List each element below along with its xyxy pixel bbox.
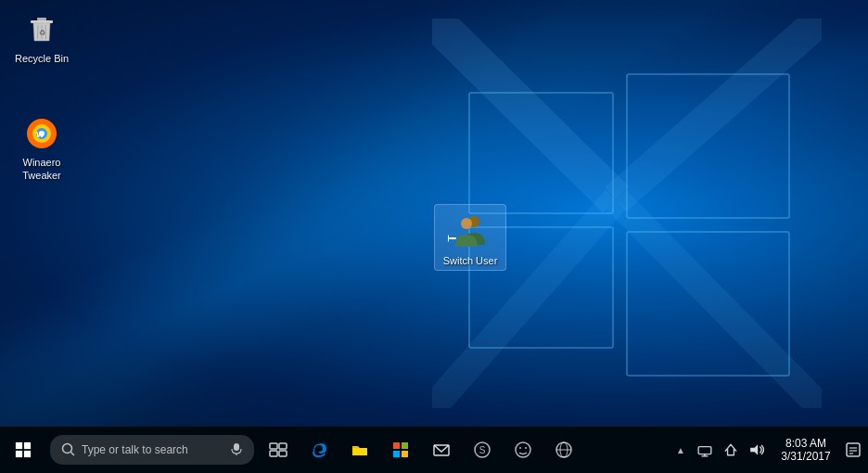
volume-icon[interactable] [744,427,770,473]
desktop: ♻ Recycle Bin W Winaero Tweaker [0,0,868,427]
svg-line-32 [71,453,75,456]
svg-rect-36 [279,443,287,449]
switch-user-icon[interactable]: Switch User [434,204,506,271]
svg-point-49 [525,447,527,449]
recycle-bin-label: Recycle Bin [15,52,69,65]
svg-rect-39 [352,448,367,455]
svg-rect-25 [449,237,456,239]
internet-button[interactable] [543,427,584,473]
svg-rect-43 [402,451,408,457]
start-button[interactable] [0,427,46,473]
svg-rect-12 [31,20,53,23]
svg-rect-57 [847,443,860,456]
edge-browser-button[interactable] [299,427,339,473]
chat-button[interactable]: S [462,427,503,473]
search-icon [61,442,76,457]
svg-text:♻: ♻ [39,29,45,37]
clock-time: 8:03 AM [785,437,826,450]
tray-icon-1[interactable] [692,427,718,473]
svg-rect-30 [24,451,31,457]
svg-point-48 [519,447,521,449]
clock-date: 3/31/2017 [781,450,830,463]
svg-rect-53 [698,447,711,454]
svg-line-16 [45,25,46,39]
recycle-bin-icon[interactable]: ♻ Recycle Bin [5,7,79,69]
svg-text:S: S [479,445,486,455]
store-button[interactable] [380,427,421,473]
switch-user-label: Switch User [443,255,498,266]
mail-button[interactable] [421,427,462,473]
svg-point-47 [516,442,530,457]
microphone-icon[interactable] [230,442,243,458]
svg-rect-37 [270,451,277,456]
action-center-button[interactable] [838,427,868,473]
winaero-label-line1: Winaero [23,156,61,169]
search-placeholder-text: Type or talk to search [82,443,188,456]
svg-point-31 [63,444,72,454]
svg-rect-13 [37,18,46,20]
svg-rect-27 [16,442,22,449]
svg-rect-35 [270,443,277,449]
tray-overflow-button[interactable]: ▲ [673,427,688,473]
tray-icon-2[interactable] [718,427,744,473]
file-explorer-button[interactable] [339,427,380,473]
system-tray: ▲ [673,427,868,473]
svg-rect-5 [627,74,789,218]
svg-text:W: W [36,130,45,139]
svg-rect-40 [393,442,400,449]
svg-marker-56 [750,444,758,454]
people-button[interactable] [503,427,543,473]
winaero-label-line2: Tweaker [22,169,61,182]
clock-area[interactable]: 8:03 AM 3/31/2017 [773,427,838,473]
svg-rect-42 [393,451,400,457]
task-view-button[interactable] [258,427,299,473]
svg-rect-29 [16,451,22,457]
winaero-tweaker-icon[interactable]: W Winaero Tweaker [5,111,79,186]
svg-marker-26 [448,235,449,242]
svg-rect-33 [234,443,239,451]
search-box[interactable]: Type or talk to search [50,435,254,465]
svg-rect-28 [24,442,31,449]
tray-icons-area [688,427,773,473]
svg-point-24 [461,218,472,229]
taskbar: Type or talk to search [0,427,868,473]
svg-rect-38 [279,451,287,456]
svg-rect-41 [402,442,408,449]
